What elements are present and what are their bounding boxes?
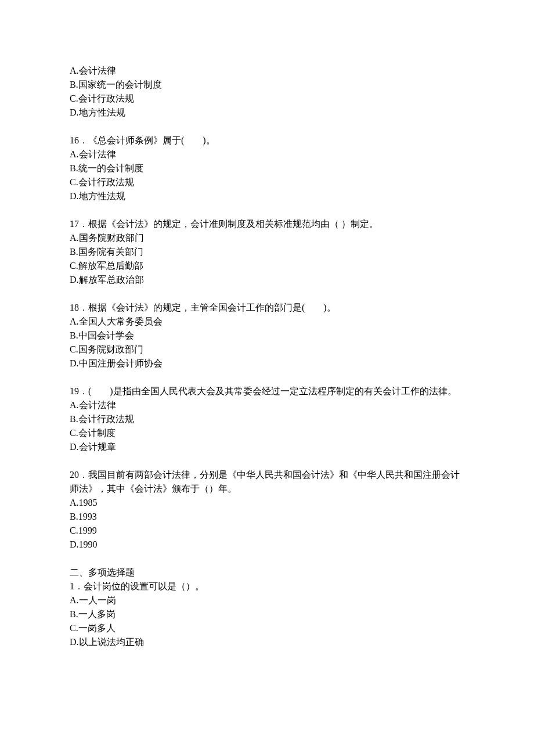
option-b: B.会计行政法规: [70, 412, 464, 426]
option-d: D.地方性法规: [70, 106, 464, 120]
option-c: C.一岗多人: [70, 621, 464, 635]
question-19: 19．( )是指由全国人民代表大会及其常委会经过一定立法程序制定的有关会计工作的…: [70, 384, 464, 454]
section-title: 二、多项选择题: [70, 566, 464, 579]
document-page: A.会计法律 B.国家统一的会计制度 C.会计行政法规 D.地方性法规 16．《…: [0, 0, 534, 707]
option-a: A.国务院财政部门: [70, 231, 464, 245]
option-b: B.一人多岗: [70, 607, 464, 621]
option-b: B.统一的会计制度: [70, 161, 464, 175]
option-a: A.1985: [70, 496, 464, 510]
option-d: D.地方性法规: [70, 189, 464, 203]
option-a: A.会计法律: [70, 147, 464, 161]
option-a: A.一人一岗: [70, 593, 464, 607]
question-stem: 1．会计岗位的设置可以是（）。: [70, 579, 464, 593]
option-a: A.会计法律: [70, 64, 464, 78]
section-2: 二、多项选择题 1．会计岗位的设置可以是（）。 A.一人一岗 B.一人多岗 C.…: [70, 566, 464, 649]
option-d: D.中国注册会计师协会: [70, 357, 464, 370]
option-d: D.以上说法均正确: [70, 635, 464, 649]
option-a: A.会计法律: [70, 398, 464, 412]
question-stem: 18．根据《会计法》的规定，主管全国会计工作的部门是( )。: [70, 301, 464, 315]
question-20: 20．我国目前有两部会计法律，分别是《中华人民共和国会计法》和《中华人民共和国注…: [70, 468, 464, 552]
option-c: C.解放军总后勤部: [70, 259, 464, 273]
option-c: C.1999: [70, 524, 464, 538]
question-16: 16．《总会计师条例》属于( )。 A.会计法律 B.统一的会计制度 C.会计行…: [70, 134, 464, 203]
question-stem: 20．我国目前有两部会计法律，分别是《中华人民共和国会计法》和《中华人民共和国注…: [70, 468, 464, 496]
option-d: D.会计规章: [70, 440, 464, 454]
question-18: 18．根据《会计法》的规定，主管全国会计工作的部门是( )。 A.全国人大常务委…: [70, 301, 464, 370]
question-15-options: A.会计法律 B.国家统一的会计制度 C.会计行政法规 D.地方性法规: [70, 64, 464, 120]
option-b: B.中国会计学会: [70, 329, 464, 343]
option-b: B.国务院有关部门: [70, 245, 464, 259]
option-d: D.解放军总政治部: [70, 273, 464, 287]
question-stem: 19．( )是指由全国人民代表大会及其常委会经过一定立法程序制定的有关会计工作的…: [70, 384, 464, 398]
option-c: C.国务院财政部门: [70, 343, 464, 357]
question-17: 17．根据《会计法》的规定，会计准则制度及相关标准规范均由（ ）制定。 A.国务…: [70, 217, 464, 287]
option-b: B.国家统一的会计制度: [70, 78, 464, 92]
option-a: A.全国人大常务委员会: [70, 315, 464, 329]
option-c: C.会计行政法规: [70, 175, 464, 189]
option-c: C.会计行政法规: [70, 92, 464, 106]
question-stem: 16．《总会计师条例》属于( )。: [70, 134, 464, 147]
option-d: D.1990: [70, 538, 464, 552]
option-b: B.1993: [70, 510, 464, 524]
question-stem: 17．根据《会计法》的规定，会计准则制度及相关标准规范均由（ ）制定。: [70, 217, 464, 231]
option-c: C.会计制度: [70, 426, 464, 440]
